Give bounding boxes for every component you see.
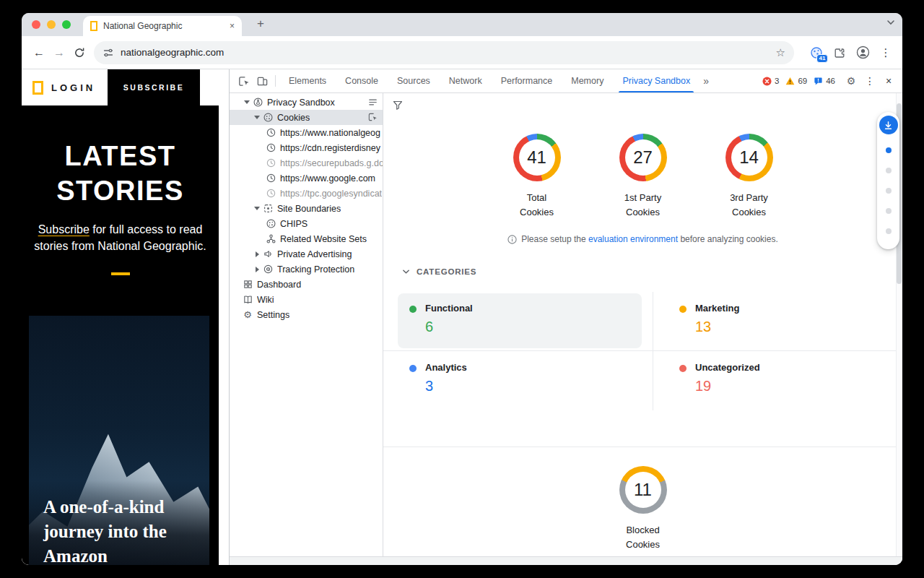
tab-privacy-sandbox[interactable]: Privacy Sandbox [613,69,699,92]
cookie-summary-donuts: 41 Total Cookies 27 [383,134,902,220]
chevron-down-icon [402,269,410,275]
login-link[interactable]: LOGIN [51,82,95,93]
tab-strip: National Geographic × + [22,13,902,36]
url-bar[interactable]: nationalgeographic.com ☆ [94,41,794,64]
page-nav-dot[interactable] [886,147,892,153]
privacy-extension-icon[interactable]: 41 [807,43,826,62]
category-functional[interactable]: Functional 6 [398,293,642,348]
category-analytics[interactable]: Analytics 3 [398,353,642,407]
natgeo-logo-icon[interactable] [32,81,43,95]
back-button[interactable]: ← [29,43,49,63]
tree-item-chips[interactable]: CHIPS [230,216,383,231]
tree-menu-icon[interactable] [367,97,378,108]
privacy-sandbox-main-panel: 41 Total Cookies 27 [383,93,902,556]
category-uncategorized[interactable]: Uncategorized 19 [668,353,892,407]
evaluation-environment-link[interactable]: evaluation environment [588,234,678,244]
devtools-close-icon[interactable]: × [879,72,898,90]
categories-grid: Functional 6 Marketing 13 [383,292,902,410]
inspect-element-icon[interactable] [234,72,253,90]
gear-icon: ⚙ [242,309,253,321]
tree-item-cookies[interactable]: Cookies [230,110,383,125]
yellow-divider [111,272,130,275]
devtools-panel: Elements Console Sources Network Perform… [229,69,902,565]
bookmark-star-icon[interactable]: ☆ [776,46,785,59]
page-nav-dot[interactable] [886,168,892,173]
horizontal-scrollbar[interactable] [230,556,902,565]
donut-value: 11 [634,480,652,500]
category-marketing[interactable]: Marketing 13 [668,293,892,348]
tree-item-private-advertising[interactable]: Private Advertising [230,246,383,262]
devtools-settings-gear-icon[interactable]: ⚙ [842,72,860,90]
error-badge[interactable]: 3 [762,77,779,86]
site-settings-icon[interactable] [103,47,114,59]
new-tab-button[interactable]: + [253,17,269,31]
browser-menu-kebab-icon[interactable]: ⋮ [876,43,895,62]
functional-dot-icon [409,306,417,313]
profile-avatar-icon[interactable] [853,43,872,62]
forward-button[interactable]: → [49,43,69,63]
filter-funnel-icon[interactable] [392,99,404,111]
tree-item-dashboard[interactable]: Dashboard [230,277,383,292]
site-hero-section: LATEST STORIES Subscribe for full access… [22,105,219,565]
expander-icon[interactable] [252,204,262,214]
tree-item-tracking-protection[interactable]: Tracking Protection [230,262,383,277]
tree-item-site-boundaries[interactable]: Site Boundaries [230,201,383,216]
extensions-puzzle-icon[interactable] [830,43,849,62]
categories-section-header[interactable]: CATEGORIES [383,266,902,277]
promo-text: Subscribe for full access to read storie… [22,221,219,254]
tree-item-wiki[interactable]: Wiki [230,292,383,307]
tree-item-url-securepubads[interactable]: https://securepubads.g.do [230,155,383,171]
tree-item-url-googlesyndication[interactable]: https://tpc.googlesyndicat [230,186,383,201]
hero-title: A one-of-a-kind journey into the Amazon [29,495,209,565]
subscribe-button[interactable]: SUBSCRIBE [108,69,200,105]
tab-close-icon[interactable]: × [230,21,235,31]
issues-badge[interactable]: 46 [814,77,835,86]
devtools-toolbar: Elements Console Sources Network Perform… [230,69,902,93]
window-zoom-button[interactable] [62,20,71,29]
device-toolbar-icon[interactable] [253,72,271,90]
expander-icon[interactable] [252,113,262,123]
extension-badge: 41 [816,54,828,63]
clock-icon [265,173,276,184]
more-tabs-icon[interactable]: » [699,75,712,87]
tab-sources[interactable]: Sources [388,69,440,92]
expander-icon[interactable] [242,98,252,108]
tab-search-chevron-icon[interactable] [886,20,895,25]
sitemap-icon [265,233,276,245]
tab-network[interactable]: Network [440,69,492,92]
site-header: LOGIN SUBSCRIBE [22,69,229,105]
first-party-cookies-donut: 27 1st Party Cookies [611,134,676,220]
tree-item-url-nationalgeographic[interactable]: https://www.nationalgeog [230,125,383,140]
page-nav-dot[interactable] [886,188,892,194]
donut-label: 1st Party Cookies [624,191,661,220]
tab-console[interactable]: Console [336,69,388,92]
advertising-icon [262,249,274,260]
browser-tab[interactable]: National Geographic × [83,16,242,36]
donut-value: 14 [739,147,759,168]
tree-item-url-google[interactable]: https://www.google.com [230,171,383,186]
warning-badge[interactable]: 69 [785,77,807,86]
clock-icon [265,188,276,199]
tab-memory[interactable]: Memory [562,69,613,92]
expander-icon[interactable] [252,249,262,259]
hero-image[interactable]: A one-of-a-kind journey into the Amazon [29,316,209,565]
window-minimize-button[interactable] [47,20,56,29]
tree-item-privacy-sandbox[interactable]: Privacy Sandbox [230,95,383,110]
page-nav-dot[interactable] [886,228,892,234]
subscribe-link[interactable]: Subscribe [38,223,90,236]
expander-icon[interactable] [252,264,262,275]
page-nav-dot[interactable] [886,208,892,214]
book-icon [242,294,253,306]
tab-elements[interactable]: Elements [279,69,336,92]
cookie-icon [265,218,276,230]
download-report-button[interactable] [879,116,898,134]
window-close-button[interactable] [32,20,40,29]
inspect-icon[interactable] [367,112,378,123]
donut-label: 3rd Party Cookies [730,191,768,220]
tree-item-url-registerdisney[interactable]: https://cdn.registerdisney [230,140,383,155]
tree-item-settings[interactable]: ⚙ Settings [230,307,383,322]
tree-item-related-website-sets[interactable]: Related Website Sets [230,231,383,246]
reload-button[interactable] [69,43,90,63]
devtools-menu-kebab-icon[interactable]: ⋮ [860,72,879,90]
tab-performance[interactable]: Performance [492,69,562,92]
